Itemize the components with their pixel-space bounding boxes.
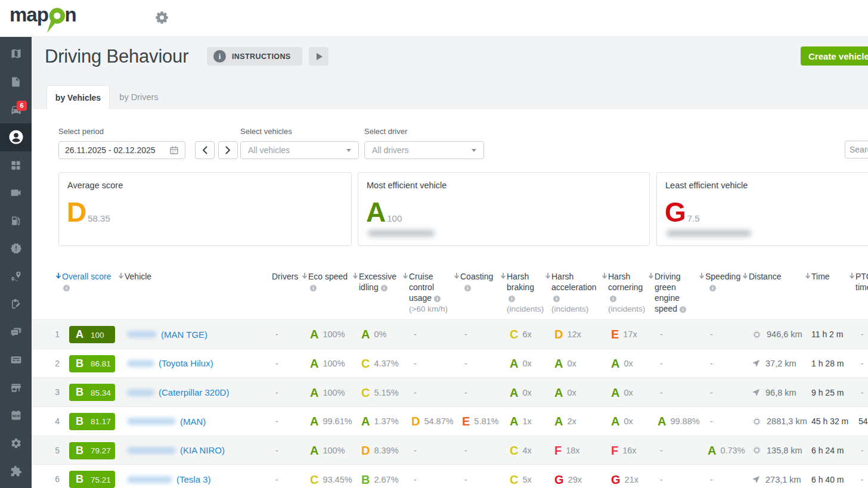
svg-text:map: map bbox=[10, 6, 48, 26]
svg-text:NEW: NEW bbox=[12, 414, 20, 418]
svg-text:n: n bbox=[65, 6, 77, 26]
